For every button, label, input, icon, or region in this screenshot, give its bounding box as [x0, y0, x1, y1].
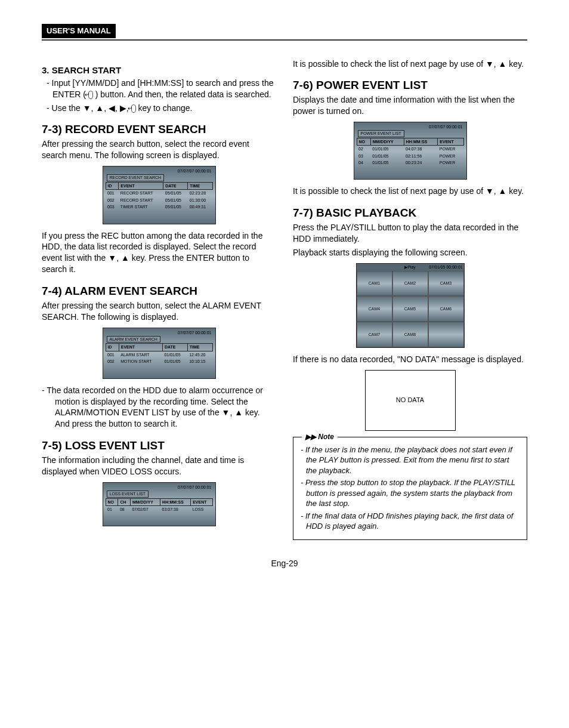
cam-cell: CAM5 [392, 296, 428, 322]
up-icon: ▲ [95, 103, 104, 113]
record-event-table: ID EVENT DATE TIME 001RECORD START05/01/… [106, 182, 213, 211]
cam-cell: CAM2 [392, 271, 428, 297]
down-icon: ▼ [485, 186, 494, 196]
section-7-4-p1: After pressing the search button, select… [42, 300, 276, 323]
up-icon: ▲ [499, 186, 507, 196]
section-7-6-p1: Displays the date and time information w… [293, 94, 527, 117]
note-box: ▶▶ Note - If the user is in the menu, th… [293, 437, 527, 540]
down-icon: ▼ [83, 103, 91, 113]
down-icon: ▼ [108, 253, 116, 263]
content-columns: 3. SEARCH START - Input [YY/MM/DD] and [… [42, 58, 527, 540]
enter-icon: ↵ [131, 104, 136, 113]
cam-cell: CAM4 [357, 296, 392, 322]
no-data-label: NO DATA [396, 396, 424, 405]
section-7-4-p2: - The data recorded on the HDD due to al… [42, 385, 276, 430]
right-column: It is possible to check the list of next… [293, 58, 527, 540]
right-icon: ▶ [120, 103, 126, 113]
cam-cell: CAM8 [392, 322, 428, 347]
forward-icon: ▶▶ [305, 433, 316, 441]
section-3-title: 3. SEARCH START [42, 64, 276, 76]
section-7-7-p3: If there is no data recorded, "NO DATA" … [293, 354, 527, 365]
playback-grid-top: ▶Play 07/01/05 00:00:01 [357, 264, 464, 271]
section-7-3-title: 7-3) RECORD EVENT SEARCH [42, 122, 276, 137]
manual-header: USER'S MANUAL [42, 24, 527, 38]
left-icon: ◀ [109, 103, 115, 113]
section-7-7-title: 7-7) BASIC PLAYBACK [293, 205, 527, 221]
left-column: 3. SEARCH START - Input [YY/MM/DD] and [… [42, 58, 276, 540]
section-7-4-title: 7-4) ALARM EVENT SEARCH [42, 283, 276, 299]
loss-event-table: NO CH MM/DD/YY HH:MM:SS EVENT 010807/02/… [106, 498, 213, 513]
down-icon: ▼ [222, 408, 230, 417]
section-7-3-p2: If you press the REC button among the da… [42, 230, 276, 276]
record-event-search-screen: 07/07/07 00:00:01 RECORD EVENT SEARCH ID… [103, 166, 216, 224]
note-item: - Press the stop button to stop the play… [301, 477, 519, 509]
header-rule [42, 39, 527, 41]
cam-cell [428, 322, 464, 347]
section-7-5-title: 7-5) LOSS EVENT LIST [42, 438, 276, 454]
alarm-event-table: ID EVENT DATE TIME 001ALARM START01/01/0… [106, 343, 213, 365]
no-data-screen: NO DATA [365, 370, 456, 431]
down-icon: ▼ [485, 59, 494, 69]
section-3-line2: - Use the ▼, ▲, ◀, ▶, ↵ key to change. [42, 103, 276, 114]
section-7-6-p2: It is possible to check the list of next… [293, 186, 527, 197]
page-number: Eng-29 [42, 558, 527, 569]
section-7-5-p1: The information including the channel, d… [42, 455, 276, 477]
cam-cell: CAM1 [357, 271, 392, 297]
right-top-p1: It is possible to check the list of next… [293, 58, 527, 70]
section-7-7-p1: Press the PLAY/STILL button to play the … [293, 222, 527, 245]
alarm-event-search-screen: 07/07/07 00:00:01 ALARM EVENT SEARCH ID … [103, 328, 216, 379]
cam-cell: CAM6 [428, 296, 464, 322]
enter-icon: ↵ [88, 91, 93, 99]
power-event-table: NO MM/DD/YY HH:MM:SS EVENT 0201/01/0504:… [357, 138, 464, 166]
loss-event-list-screen: 07/07/07 00:00:01 LOSS EVENT LIST NO CH … [103, 482, 216, 527]
manual-header-label: USER'S MANUAL [42, 24, 116, 38]
section-7-7-p2: Playback starts displaying the following… [293, 247, 527, 258]
note-label: ▶▶ Note [302, 432, 338, 442]
power-event-list-screen: 07/07/07 00:00:01 POWER EVENT LIST NO MM… [354, 122, 467, 180]
section-3-line1: - Input [YY/MM/DD] and [HH:MM:SS] to sea… [42, 78, 276, 100]
up-icon: ▲ [121, 253, 129, 263]
section-7-3-p1: After pressing the search button, select… [42, 138, 276, 161]
up-icon: ▲ [234, 408, 243, 417]
up-icon: ▲ [499, 59, 507, 69]
section-7-6-title: 7-6) POWER EVENT LIST [293, 78, 527, 93]
note-item: - If the final data of HDD finishes play… [301, 511, 519, 532]
cam-cell: CAM3 [428, 271, 464, 297]
playback-grid-screen: ▶Play 07/01/05 00:00:01 CAM1 CAM2 CAM3 C… [356, 263, 465, 348]
note-list: - If the user is in the menu, the playba… [301, 445, 519, 532]
note-item: - If the user is in the menu, the playba… [301, 445, 519, 476]
cam-cell: CAM7 [357, 322, 392, 347]
